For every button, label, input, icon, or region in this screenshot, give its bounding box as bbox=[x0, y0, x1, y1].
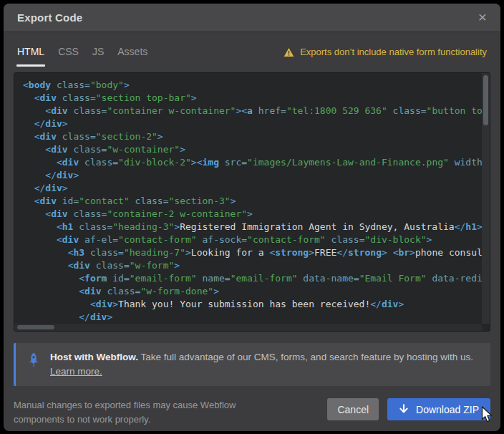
code-line: <h1 class="heading-3">Registered Immigra… bbox=[23, 221, 482, 233]
code-line: <h3 class="heading-7">Looking for a <str… bbox=[23, 246, 482, 259]
host-banner-body: Take full advantage of our CMS, forms, a… bbox=[138, 352, 473, 362]
code-line: </div> bbox=[23, 117, 482, 130]
code-line: <div class="section-2"> bbox=[23, 130, 482, 143]
tab-assets[interactable]: Assets bbox=[117, 46, 147, 67]
host-banner-text: Host with Webflow. Take full advantage o… bbox=[50, 350, 473, 379]
vertical-scrollbar-thumb[interactable] bbox=[483, 75, 488, 125]
code-line: <div class="w-container"> bbox=[23, 143, 482, 156]
code-content: <body class="body"> <div class="section … bbox=[14, 73, 482, 324]
vertical-scrollbar[interactable] bbox=[482, 73, 490, 324]
code-line: <div af-el="contact-form" af-sock="conta… bbox=[23, 233, 482, 246]
export-code-dialog: Export Code × HTML CSS JS Assets Exports… bbox=[4, 4, 500, 431]
code-line: <div class="container w-container"><a hr… bbox=[23, 105, 482, 117]
host-banner-bold: Host with Webflow. bbox=[50, 352, 138, 362]
code-line: <div class="section top-bar"> bbox=[23, 92, 482, 105]
horizontal-scrollbar[interactable] bbox=[14, 324, 482, 331]
footer-note: Manual changes to exported files may cau… bbox=[14, 398, 261, 427]
tab-css[interactable]: CSS bbox=[58, 46, 79, 67]
code-line: </div> bbox=[23, 182, 482, 195]
cancel-button[interactable]: Cancel bbox=[327, 398, 379, 420]
tab-js[interactable]: JS bbox=[92, 46, 104, 67]
download-zip-label: Download ZIP bbox=[416, 404, 479, 415]
code-line: <body class="body"> bbox=[23, 79, 482, 92]
close-icon[interactable]: × bbox=[478, 9, 487, 24]
code-panel: <body class="body"> <div class="section … bbox=[14, 72, 490, 332]
download-zip-button[interactable]: Download ZIP bbox=[387, 398, 490, 420]
dialog-header: Export Code × bbox=[4, 4, 500, 32]
warning-text: Exports don’t include native form functi… bbox=[300, 47, 487, 57]
host-with-webflow-banner: Host with Webflow. Take full advantage o… bbox=[14, 343, 490, 386]
code-line: <form id="email-form" name="email-form" … bbox=[23, 272, 482, 285]
tab-bar: HTML CSS JS Assets Exports don’t include… bbox=[4, 32, 500, 67]
rocket-icon bbox=[26, 352, 41, 367]
form-warning: Exports don’t include native form functi… bbox=[284, 47, 487, 67]
code-line: </div> bbox=[23, 311, 482, 324]
code-line: <div class="w-form"> bbox=[23, 259, 482, 272]
dialog-footer: Manual changes to exported files may cau… bbox=[14, 398, 490, 427]
footer-buttons: Cancel Download ZIP bbox=[327, 398, 490, 420]
code-line: <div>Thank you! Your submission has been… bbox=[23, 298, 482, 311]
code-line: </div> bbox=[23, 169, 482, 182]
code-line: <div class="div-block-2"><img src="image… bbox=[23, 156, 482, 169]
code-line: <div id="contact" class="section-3"> bbox=[23, 195, 482, 208]
code-line: <div class="w-form-done"> bbox=[23, 285, 482, 298]
horizontal-scrollbar-thumb[interactable] bbox=[17, 325, 54, 329]
learn-more-link[interactable]: Learn more. bbox=[50, 365, 102, 379]
code-line: <div class="container-2 w-container"> bbox=[23, 208, 482, 221]
tab-html[interactable]: HTML bbox=[17, 46, 44, 67]
download-arrow-icon bbox=[399, 404, 409, 415]
dialog-title: Export Code bbox=[17, 11, 82, 24]
warning-triangle-icon bbox=[284, 47, 294, 57]
